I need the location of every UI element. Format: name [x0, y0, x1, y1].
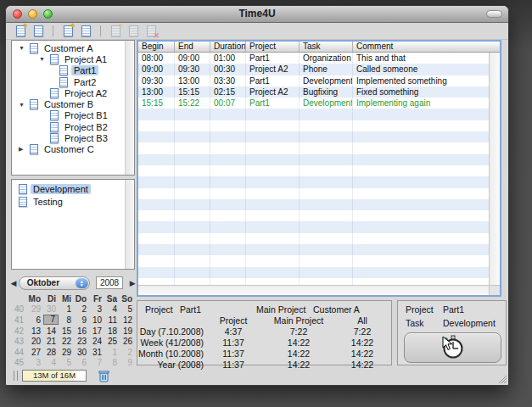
cell [246, 255, 300, 266]
garbage-collect-button[interactable] [98, 370, 109, 382]
calendar-day[interactable]: 8 [59, 315, 74, 325]
calendar-week-row: 453456789 [10, 358, 137, 369]
table-vertical-scrollbar[interactable] [489, 53, 500, 285]
calendar-day[interactable]: 3 [28, 358, 43, 367]
title-bar[interactable]: Time4U [6, 6, 508, 23]
calendar-day[interactable]: 5 [120, 304, 135, 314]
calendar-day[interactable]: 7 [43, 315, 59, 325]
calendar-day[interactable]: 23 [74, 337, 89, 346]
cell: Project A2 [246, 86, 300, 98]
calendar-day[interactable]: 2 [74, 304, 89, 314]
tree-item-project-b1[interactable]: Project B1 [12, 110, 134, 121]
table-row[interactable]: 15:1515:2200:07Part1DevelopmentImplement… [138, 98, 489, 109]
task-scrollbar[interactable] [125, 180, 134, 269]
prev-month-button[interactable]: ◀ [8, 279, 19, 287]
cell [175, 210, 210, 221]
summary-grid: ProjectMain ProjectAllDay (7.10.2008)4:3… [137, 315, 391, 370]
tree-item-customer-a[interactable]: ▼Customer A [12, 42, 134, 53]
node-icon [50, 88, 59, 98]
calendar-header-row: MoDiMiDoFrSaSo [10, 293, 137, 304]
calendar-day[interactable]: 21 [43, 337, 59, 346]
calendar-day[interactable]: 15 [59, 326, 74, 336]
tree-item-label: Project A1 [62, 54, 109, 64]
column-header-duration[interactable]: Duration [210, 42, 246, 52]
calendar-day[interactable]: 9 [74, 315, 89, 325]
calendar-day[interactable]: 27 [28, 348, 43, 357]
tree-scrollbar[interactable] [125, 41, 134, 175]
calendar-day[interactable]: 5 [59, 358, 74, 367]
customer-button[interactable] [31, 25, 45, 38]
expander-icon[interactable]: ▼ [19, 102, 30, 108]
calendar-day[interactable]: 9 [120, 358, 135, 367]
calendar-day[interactable]: 28 [43, 348, 59, 357]
calendar-day[interactable]: 29 [59, 348, 74, 357]
column-header-task[interactable]: Task [300, 42, 353, 52]
calendar-day[interactable]: 3 [89, 304, 104, 314]
calendar-day[interactable]: 19 [120, 326, 135, 336]
calendar-day[interactable]: 31 [89, 348, 104, 357]
calendar-day[interactable]: 30 [74, 348, 89, 357]
task-items: DevelopmentTesting [12, 182, 134, 208]
toolbar-toggle-button[interactable] [486, 10, 502, 18]
calendar-day[interactable]: 26 [120, 337, 135, 346]
expander-icon[interactable]: ▼ [19, 45, 30, 51]
calendar-day[interactable]: 14 [43, 326, 59, 336]
expander-icon[interactable]: ▶ [19, 146, 30, 153]
table-row[interactable]: 13:0015:1502:15Project A2BugfixingFixed … [138, 86, 489, 98]
calendar-day[interactable]: 18 [104, 326, 120, 336]
calendar-day[interactable]: 22 [59, 337, 74, 346]
task-item-development[interactable]: Development [12, 182, 134, 195]
cell [246, 109, 300, 120]
calendar-day[interactable]: 25 [104, 337, 120, 346]
task-item-testing[interactable]: Testing [12, 195, 134, 208]
tree-item-customer-b[interactable]: ▼Customer B [12, 98, 134, 109]
calendar-day[interactable]: 11 [104, 315, 120, 325]
table-row[interactable]: 09:3013:0003:30Part1DevelopmentImplement… [138, 75, 489, 86]
close-button[interactable] [13, 9, 22, 19]
tree-item-project-a1[interactable]: ▼Project A1 [12, 53, 134, 64]
calendar-day[interactable]: 16 [74, 326, 89, 336]
cell [175, 131, 210, 142]
tree-item-project-b2[interactable]: Project B2 [12, 121, 134, 132]
calendar-day[interactable]: 29 [28, 304, 43, 314]
column-header-comment[interactable]: Comment [353, 42, 500, 52]
new-project-button[interactable]: ✦ [61, 25, 75, 38]
calendar-day[interactable]: 6 [28, 315, 43, 325]
expander-icon[interactable]: ▼ [39, 56, 50, 62]
month-dropdown[interactable]: Oktober ▲▼ [19, 276, 90, 290]
cell [353, 188, 489, 199]
resize-grip[interactable] [496, 373, 507, 384]
new-customer-button[interactable]: ✦ [14, 25, 27, 38]
calendar-day[interactable]: 20 [28, 337, 43, 346]
calendar-day[interactable]: 2 [120, 348, 135, 357]
table-row[interactable]: 09:0009:3000:30Project A2PhoneCalled som… [138, 64, 489, 75]
table-horizontal-scrollbar[interactable] [138, 285, 489, 295]
calendar-day[interactable]: 4 [104, 304, 120, 314]
calendar-day[interactable]: 6 [74, 358, 89, 367]
calendar-day[interactable]: 12 [120, 315, 135, 325]
tree-item-customer-c[interactable]: ▶Customer C [12, 144, 134, 155]
project-button[interactable] [79, 25, 92, 38]
calendar-day[interactable]: 7 [89, 358, 104, 367]
calendar-day[interactable]: 1 [104, 348, 120, 357]
calendar-day[interactable]: 30 [43, 304, 59, 314]
tree-item-part1[interactable]: Part1 [12, 65, 134, 76]
column-header-project[interactable]: Project [246, 42, 300, 52]
tree-item-part2[interactable]: Part2 [12, 76, 134, 87]
tree-item-project-b3[interactable]: Project B3 [12, 132, 134, 143]
column-header-begin[interactable]: Begin [138, 42, 175, 52]
calendar-day[interactable]: 8 [104, 358, 120, 367]
year-field[interactable]: 2008 [96, 276, 124, 289]
column-header-end[interactable]: End [175, 42, 210, 52]
calendar-day[interactable]: 13 [28, 326, 43, 336]
calendar-day[interactable]: 1 [59, 304, 74, 314]
zoom-button[interactable] [43, 9, 53, 19]
week-number: 45 [10, 358, 28, 367]
minimize-button[interactable] [28, 9, 37, 19]
calendar-day[interactable]: 17 [89, 326, 104, 336]
table-row[interactable]: 08:0009:0001:00Part1OrganizationThis and… [138, 53, 489, 64]
tree-item-project-a2[interactable]: Project A2 [12, 87, 134, 98]
calendar-day[interactable]: 10 [89, 315, 104, 325]
calendar-day[interactable]: 4 [43, 358, 59, 367]
calendar-day[interactable]: 24 [89, 337, 104, 346]
